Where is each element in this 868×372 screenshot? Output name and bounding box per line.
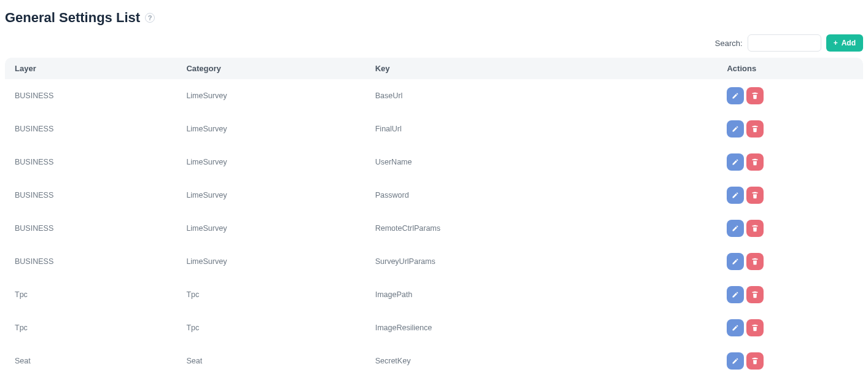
cell-actions (717, 344, 863, 372)
edit-icon (732, 357, 739, 365)
add-button[interactable]: + Add (826, 34, 863, 52)
cell-category: Tpc (176, 311, 365, 344)
table-row: SeatSeatSecretKey (5, 344, 863, 372)
cell-actions (717, 112, 863, 145)
delete-button[interactable] (746, 187, 764, 204)
edit-button[interactable] (727, 87, 744, 104)
edit-icon (732, 92, 739, 99)
table-row: BUSINESSLimeSurveyRemoteCtrlParams (5, 212, 863, 245)
page-title: General Settings List (5, 10, 140, 26)
cell-layer: BUSINESS (5, 79, 176, 112)
cell-category: LimeSurvey (176, 145, 365, 179)
edit-button[interactable] (727, 120, 744, 138)
search-label: Search: (715, 39, 743, 48)
edit-icon (732, 125, 739, 133)
cell-category: LimeSurvey (176, 112, 365, 145)
trash-icon (751, 357, 759, 365)
delete-button[interactable] (746, 253, 764, 270)
cell-category: Seat (176, 344, 365, 372)
cell-category: LimeSurvey (176, 179, 365, 212)
delete-button[interactable] (746, 120, 764, 138)
cell-layer: BUSINESS (5, 112, 176, 145)
cell-layer: BUSINESS (5, 212, 176, 245)
table-row: BUSINESSLimeSurveySurveyUrlParams (5, 245, 863, 278)
edit-icon (732, 324, 739, 331)
cell-layer: BUSINESS (5, 145, 176, 179)
settings-table-card: Layer Category Key Actions BUSINESSLimeS… (5, 58, 863, 372)
cell-category: Tpc (176, 278, 365, 311)
add-button-label: Add (842, 39, 856, 47)
edit-button[interactable] (727, 253, 744, 270)
trash-icon (751, 225, 759, 232)
cell-layer: BUSINESS (5, 245, 176, 278)
cell-layer: Seat (5, 344, 176, 372)
table-row: BUSINESSLimeSurveyFinalUrl (5, 112, 863, 145)
edit-button[interactable] (727, 153, 744, 171)
cell-actions (717, 245, 863, 278)
edit-icon (732, 225, 739, 232)
trash-icon (751, 125, 759, 133)
toolbar: Search: + Add (5, 34, 863, 52)
cell-actions (717, 278, 863, 311)
page-heading: General Settings List ? (5, 10, 863, 26)
table-row: TpcTpcImageResilience (5, 311, 863, 344)
delete-button[interactable] (746, 319, 764, 336)
delete-button[interactable] (746, 286, 764, 303)
cell-key: SecretKey (366, 344, 717, 372)
edit-icon (732, 291, 739, 298)
edit-button[interactable] (727, 352, 744, 370)
cell-category: LimeSurvey (176, 212, 365, 245)
col-header-actions: Actions (717, 58, 863, 79)
edit-icon (732, 158, 739, 166)
trash-icon (751, 258, 759, 265)
cell-key: UserName (366, 145, 717, 179)
trash-icon (751, 324, 759, 331)
cell-layer: BUSINESS (5, 179, 176, 212)
cell-key: SurveyUrlParams (366, 245, 717, 278)
edit-button[interactable] (727, 187, 744, 204)
cell-actions (717, 145, 863, 179)
cell-key: Password (366, 179, 717, 212)
cell-layer: Tpc (5, 278, 176, 311)
cell-category: LimeSurvey (176, 245, 365, 278)
table-row: BUSINESSLimeSurveyPassword (5, 179, 863, 212)
delete-button[interactable] (746, 153, 764, 171)
edit-button[interactable] (727, 286, 744, 303)
settings-table: Layer Category Key Actions BUSINESSLimeS… (5, 58, 863, 372)
cell-actions (717, 79, 863, 112)
trash-icon (751, 291, 759, 298)
delete-button[interactable] (746, 220, 764, 237)
edit-button[interactable] (727, 319, 744, 336)
table-row: BUSINESSLimeSurveyBaseUrl (5, 79, 863, 112)
col-header-category[interactable]: Category (176, 58, 365, 79)
cell-key: ImagePath (366, 278, 717, 311)
table-row: TpcTpcImagePath (5, 278, 863, 311)
cell-key: FinalUrl (366, 112, 717, 145)
cell-layer: Tpc (5, 311, 176, 344)
cell-key: BaseUrl (366, 79, 717, 112)
table-row: BUSINESSLimeSurveyUserName (5, 145, 863, 179)
trash-icon (751, 158, 759, 166)
delete-button[interactable] (746, 352, 764, 370)
edit-button[interactable] (727, 220, 744, 237)
help-icon[interactable]: ? (145, 13, 155, 23)
cell-key: RemoteCtrlParams (366, 212, 717, 245)
cell-actions (717, 212, 863, 245)
delete-button[interactable] (746, 87, 764, 104)
col-header-key[interactable]: Key (366, 58, 717, 79)
col-header-layer[interactable]: Layer (5, 58, 176, 79)
edit-icon (732, 192, 739, 199)
plus-icon: + (834, 39, 838, 47)
trash-icon (751, 92, 759, 99)
edit-icon (732, 258, 739, 265)
search-input[interactable] (748, 34, 821, 52)
cell-category: LimeSurvey (176, 79, 365, 112)
cell-key: ImageResilience (366, 311, 717, 344)
trash-icon (751, 192, 759, 199)
cell-actions (717, 179, 863, 212)
cell-actions (717, 311, 863, 344)
